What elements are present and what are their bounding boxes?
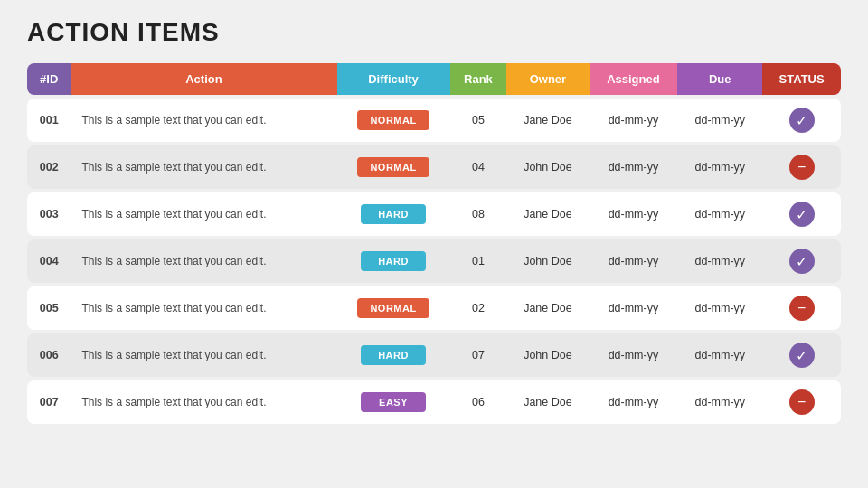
difficulty-badge: EASY xyxy=(361,392,426,412)
cell-action[interactable]: This is a sample text that you can edit. xyxy=(71,380,336,424)
cell-rank: 01 xyxy=(450,239,507,283)
cell-due[interactable]: dd-mm-yy xyxy=(677,99,762,142)
cell-assigned[interactable]: dd-mm-yy xyxy=(590,333,678,377)
table-row: 006This is a sample text that you can ed… xyxy=(27,333,841,377)
cell-due[interactable]: dd-mm-yy xyxy=(677,145,762,189)
col-header-id: #ID xyxy=(27,63,71,95)
minus-icon: − xyxy=(789,155,815,180)
cell-due[interactable]: dd-mm-yy xyxy=(677,380,762,424)
cell-due[interactable]: dd-mm-yy xyxy=(677,286,762,330)
cell-status: ✓ xyxy=(762,333,841,377)
cell-rank: 07 xyxy=(450,333,507,377)
col-header-owner: Owner xyxy=(506,63,589,95)
minus-icon: − xyxy=(789,296,815,321)
cell-owner: Jane Doe xyxy=(506,192,589,236)
checkmark-icon: ✓ xyxy=(789,343,815,368)
action-items-table: #ID Action Difficulty Rank Owner Assigne… xyxy=(27,60,841,427)
table-row: 004This is a sample text that you can ed… xyxy=(27,239,841,283)
cell-status: ✓ xyxy=(762,99,841,142)
cell-difficulty[interactable]: HARD xyxy=(337,192,450,236)
cell-rank: 08 xyxy=(450,192,507,236)
difficulty-badge: NORMAL xyxy=(357,110,429,130)
cell-due[interactable]: dd-mm-yy xyxy=(677,192,762,236)
cell-id: 004 xyxy=(27,239,71,283)
difficulty-badge: NORMAL xyxy=(357,157,429,177)
cell-id: 002 xyxy=(27,145,71,189)
cell-assigned[interactable]: dd-mm-yy xyxy=(590,145,678,189)
table-row: 005This is a sample text that you can ed… xyxy=(27,286,841,330)
cell-action[interactable]: This is a sample text that you can edit. xyxy=(71,192,336,236)
cell-rank: 06 xyxy=(450,380,507,424)
table-row: 001This is a sample text that you can ed… xyxy=(27,99,841,142)
cell-difficulty[interactable]: NORMAL xyxy=(337,145,450,189)
cell-difficulty[interactable]: HARD xyxy=(337,333,450,377)
table-row: 007This is a sample text that you can ed… xyxy=(27,380,841,424)
table-row: 002This is a sample text that you can ed… xyxy=(27,145,841,189)
cell-id: 005 xyxy=(27,286,71,330)
cell-difficulty[interactable]: NORMAL xyxy=(337,99,450,142)
cell-owner: Jane Doe xyxy=(506,286,589,330)
cell-status: − xyxy=(762,145,841,189)
col-header-action: Action xyxy=(71,63,336,95)
col-header-assigned: Assigned xyxy=(590,63,678,95)
cell-assigned[interactable]: dd-mm-yy xyxy=(590,286,678,330)
table-header-row: #ID Action Difficulty Rank Owner Assigne… xyxy=(27,63,841,95)
cell-action[interactable]: This is a sample text that you can edit. xyxy=(71,239,336,283)
checkmark-icon: ✓ xyxy=(789,202,815,227)
cell-owner: John Doe xyxy=(506,333,589,377)
cell-status: − xyxy=(762,286,841,330)
cell-id: 007 xyxy=(27,380,71,424)
checkmark-icon: ✓ xyxy=(789,108,815,133)
cell-action[interactable]: This is a sample text that you can edit. xyxy=(71,145,336,189)
difficulty-badge: NORMAL xyxy=(357,298,429,318)
cell-owner: Jane Doe xyxy=(506,380,589,424)
cell-owner: John Doe xyxy=(506,145,589,189)
difficulty-badge: HARD xyxy=(361,251,426,271)
checkmark-icon: ✓ xyxy=(789,249,815,274)
minus-icon: − xyxy=(789,389,815,415)
col-header-status: STATUS xyxy=(762,63,841,95)
cell-status: ✓ xyxy=(762,239,841,283)
cell-id: 003 xyxy=(27,192,71,236)
col-header-rank: Rank xyxy=(450,63,507,95)
cell-difficulty[interactable]: EASY xyxy=(337,380,450,424)
cell-rank: 02 xyxy=(450,286,507,330)
table-row: 003This is a sample text that you can ed… xyxy=(27,192,841,236)
difficulty-badge: HARD xyxy=(361,345,426,365)
cell-assigned[interactable]: dd-mm-yy xyxy=(590,192,678,236)
cell-action[interactable]: This is a sample text that you can edit. xyxy=(71,333,336,377)
cell-action[interactable]: This is a sample text that you can edit. xyxy=(71,99,336,142)
cell-difficulty[interactable]: NORMAL xyxy=(337,286,450,330)
cell-assigned[interactable]: dd-mm-yy xyxy=(590,239,678,283)
cell-difficulty[interactable]: HARD xyxy=(337,239,450,283)
difficulty-badge: HARD xyxy=(361,204,426,224)
col-header-difficulty: Difficulty xyxy=(337,63,450,95)
cell-rank: 05 xyxy=(450,99,507,142)
cell-id: 006 xyxy=(27,333,71,377)
cell-owner: John Doe xyxy=(506,239,589,283)
cell-status: ✓ xyxy=(762,192,841,236)
cell-assigned[interactable]: dd-mm-yy xyxy=(590,99,678,142)
cell-id: 001 xyxy=(27,99,71,142)
cell-owner: Jane Doe xyxy=(506,99,589,142)
cell-due[interactable]: dd-mm-yy xyxy=(677,333,762,377)
cell-status: − xyxy=(762,380,841,424)
cell-rank: 04 xyxy=(450,145,507,189)
cell-action[interactable]: This is a sample text that you can edit. xyxy=(71,286,336,330)
cell-assigned[interactable]: dd-mm-yy xyxy=(590,380,678,424)
page-title: ACTION ITEMS xyxy=(27,18,841,47)
cell-due[interactable]: dd-mm-yy xyxy=(677,239,762,283)
col-header-due: Due xyxy=(677,63,762,95)
